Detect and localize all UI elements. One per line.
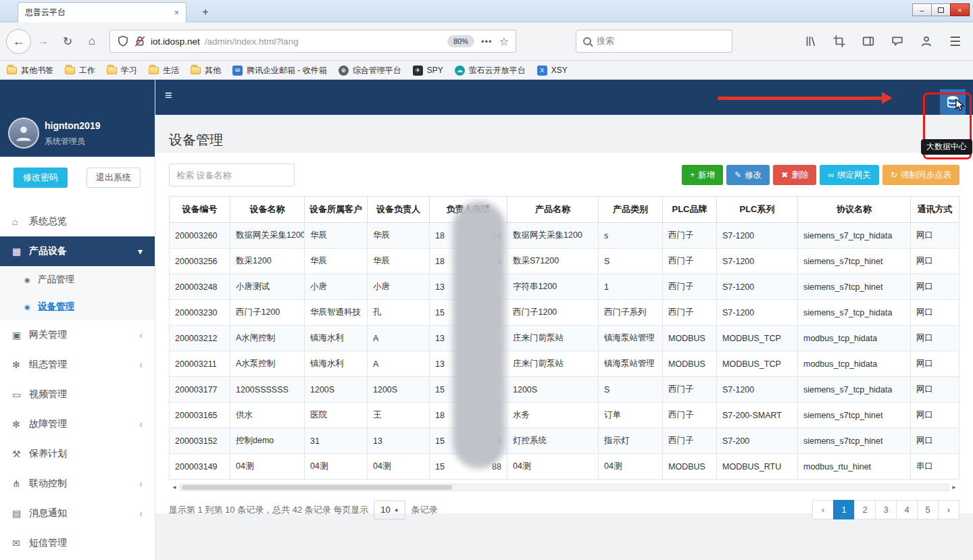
- scrollbar-track[interactable]: [180, 484, 949, 491]
- cell-category: 镇海泵站管理: [599, 351, 663, 377]
- sidebar-menu-item[interactable]: ▤ 消息通知 ‹: [0, 499, 155, 528]
- page-size-value: 10: [380, 505, 390, 515]
- page-button[interactable]: ›: [938, 500, 959, 519]
- bookmark-star-icon[interactable]: ☆: [499, 35, 509, 48]
- table-header-cell[interactable]: 设备负责人: [368, 197, 430, 223]
- table-row[interactable]: 200003165 供水 医院 王 18 水务 订单 西门子 S7-200-SM…: [170, 403, 959, 428]
- cell-device-id: 200003260: [170, 223, 230, 249]
- home-button[interactable]: ⌂: [80, 34, 104, 48]
- new-tab-button[interactable]: +: [197, 5, 214, 20]
- table-row[interactable]: 200003256 数采1200 华辰 华辰 184 数采S71200 S 西门…: [170, 249, 959, 274]
- page-button[interactable]: 5: [917, 500, 939, 519]
- action-button[interactable]: ✎ 修改: [726, 165, 770, 185]
- crop-icon[interactable]: [833, 35, 845, 47]
- sidebar-menu-item[interactable]: ◉ 产品管理: [0, 266, 155, 293]
- message-bubble-icon[interactable]: [891, 35, 903, 47]
- page-button[interactable]: ‹: [812, 500, 834, 519]
- sidebar-toggle-icon[interactable]: [862, 35, 874, 47]
- scroll-left-icon[interactable]: ◄: [169, 484, 180, 490]
- table-header-cell[interactable]: 协议名称: [798, 197, 911, 223]
- avatar[interactable]: [8, 118, 39, 149]
- table-header-cell[interactable]: 产品名称: [507, 197, 599, 223]
- action-button-label: 绑定网关: [837, 170, 871, 181]
- table-header-cell[interactable]: 设备名称: [230, 197, 305, 223]
- table-header-cell[interactable]: 设备编号: [170, 197, 230, 223]
- bookmark-item[interactable]: 生活: [149, 65, 179, 76]
- bookmark-item[interactable]: X XSY: [537, 66, 568, 76]
- sidebar-menu-item[interactable]: ▦ 产品设备 ▾: [0, 236, 155, 266]
- table-header-cell[interactable]: 通讯方式: [911, 197, 959, 223]
- table-row[interactable]: 200003177 1200SSSSSS 1200S 1200S 15 1200…: [170, 377, 959, 403]
- close-button[interactable]: ×: [950, 3, 970, 16]
- table-row[interactable]: 200003260 数据网关采集1200 华辰 华辰 1804 数据网关采集12…: [170, 223, 959, 249]
- sidebar-menu-item[interactable]: ⋔ 联动控制 ‹: [0, 469, 155, 499]
- action-button[interactable]: ∞ 绑定网关: [820, 165, 879, 185]
- zoom-badge[interactable]: 80%: [447, 35, 474, 47]
- device-search-input[interactable]: [169, 163, 295, 186]
- sidebar-menu-item[interactable]: ⌂ 系统总览: [0, 207, 155, 236]
- toolbar-icons: ☰: [804, 34, 973, 49]
- cell-product: 水务: [507, 403, 599, 428]
- sidebar-menu-item[interactable]: ◉ 设备管理: [0, 293, 155, 320]
- sidebar-menu-item[interactable]: ▭ 视频管理: [0, 380, 155, 409]
- scroll-right-icon[interactable]: ►: [949, 484, 959, 490]
- tab-close-icon[interactable]: ×: [174, 8, 179, 18]
- bookmark-item[interactable]: 其他书签: [7, 65, 53, 76]
- bookmark-icon: [65, 67, 75, 74]
- bookmark-item[interactable]: ☁ 萤石云开放平台: [455, 65, 526, 76]
- bookmark-item[interactable]: ⊕ 综合管理平台: [339, 65, 401, 76]
- page-button[interactable]: 4: [896, 500, 918, 519]
- table-header-cell[interactable]: PLC品牌: [663, 197, 717, 223]
- app-menu-icon[interactable]: ☰: [949, 34, 961, 49]
- table-row[interactable]: 200003152 控制demo 31 13 153 灯控系统 指示灯 西门子 …: [170, 428, 959, 454]
- table-header-cell[interactable]: 产品类别: [599, 197, 663, 223]
- page-size-select[interactable]: 10 ▲: [374, 501, 405, 519]
- action-button[interactable]: + 新增: [682, 165, 723, 185]
- page-button[interactable]: 2: [854, 500, 876, 519]
- sidebar-menu-item[interactable]: ⚒ 保养计划: [0, 439, 155, 469]
- table-header-cell[interactable]: 设备所属客户: [305, 197, 368, 223]
- bookmark-item[interactable]: 其他: [191, 65, 221, 76]
- page-actions-icon[interactable]: •••: [479, 36, 495, 47]
- action-button[interactable]: ↻ 强制同步点表: [882, 165, 959, 185]
- insecure-lock-icon[interactable]: [134, 35, 146, 47]
- horizontal-scrollbar[interactable]: ◄ ►: [169, 482, 959, 492]
- browser-tab[interactable]: 思普云平台 ×: [18, 2, 186, 22]
- table-header-cell[interactable]: PLC系列: [717, 197, 798, 223]
- browser-search[interactable]: 搜索: [576, 30, 732, 53]
- refresh-button[interactable]: ↻: [55, 34, 80, 49]
- table-row[interactable]: 200003212 A水闸控制 镇海水利 A 13 庄来门前泵站 镇海泵站管理 …: [170, 326, 959, 351]
- logout-button[interactable]: 退出系统: [86, 168, 141, 188]
- sidebar-menu-item[interactable]: ▣ 网关管理 ‹: [0, 320, 155, 350]
- cell-protocol: siemens_s7_tcp_hidata: [798, 377, 911, 403]
- sidebar-collapse-icon[interactable]: ≡: [165, 88, 172, 103]
- table-row[interactable]: 200003248 小唐测试 小唐 小唐 13 字符串1200 1 西门子 S7…: [170, 274, 959, 300]
- table-row[interactable]: 200003149 04测 04测 04测 1588 04测 04测 MODBU…: [170, 454, 959, 480]
- page-button[interactable]: 3: [875, 500, 897, 519]
- cell-customer: 华辰智通科技: [305, 300, 368, 326]
- scrollbar-thumb[interactable]: [182, 485, 452, 490]
- cell-customer: 医院: [305, 403, 368, 428]
- url-bar[interactable]: iot.idosp.net /admin/index.html?lang 80%…: [109, 30, 516, 53]
- bookmark-label: 腾讯企业邮箱 - 收件箱: [247, 65, 327, 76]
- action-button[interactable]: ✖ 删除: [773, 165, 816, 185]
- bookmark-item[interactable]: 工作: [65, 65, 95, 76]
- table-row[interactable]: 200003211 A水泵控制 镇海水利 A 13 庄来门前泵站 镇海泵站管理 …: [170, 351, 959, 377]
- library-icon[interactable]: [804, 35, 816, 47]
- forward-button[interactable]: →: [31, 34, 55, 48]
- account-icon[interactable]: [920, 35, 932, 47]
- change-password-button[interactable]: 修改密码: [14, 168, 68, 188]
- bookmark-item[interactable]: 学习: [107, 65, 137, 76]
- back-button[interactable]: ←: [6, 29, 31, 54]
- bookmark-item[interactable]: ✉ 腾讯企业邮箱 - 收件箱: [232, 65, 327, 76]
- shield-icon[interactable]: [117, 35, 129, 47]
- sidebar-menu-item[interactable]: ✻ 故障管理 ‹: [0, 409, 155, 439]
- table-row[interactable]: 200003230 西门子1200 华辰智通科技 孔 15 西门子1200 西门…: [170, 300, 959, 326]
- bookmark-item[interactable]: ✈ SPY: [413, 66, 443, 76]
- minimize-button[interactable]: –: [912, 3, 932, 16]
- page-button[interactable]: 1: [833, 500, 855, 519]
- sidebar-menu-item[interactable]: ✉ 短信管理: [0, 528, 155, 558]
- maximize-button[interactable]: [931, 3, 951, 16]
- sidebar-menu-item[interactable]: ✻ 组态管理 ‹: [0, 350, 155, 380]
- user-role: 系统管理员: [45, 136, 85, 147]
